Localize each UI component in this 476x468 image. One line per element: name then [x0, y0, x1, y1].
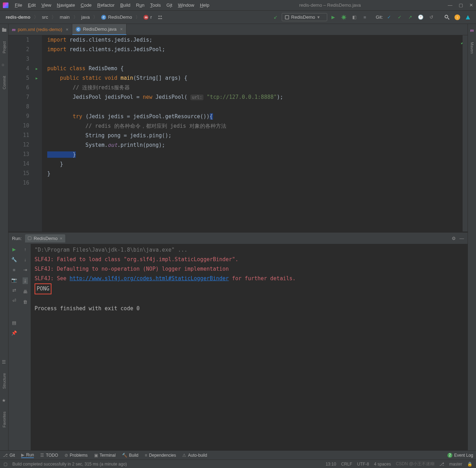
- vcs-history-icon[interactable]: 🕐: [416, 13, 425, 22]
- menu-view[interactable]: View: [38, 1, 54, 9]
- hide-icon[interactable]: —: [459, 236, 464, 241]
- breadcrumb-java[interactable]: java: [79, 14, 92, 20]
- maven-tool-button[interactable]: Maven: [470, 40, 474, 55]
- trash-icon[interactable]: 🗑: [23, 299, 28, 305]
- commit-icon[interactable]: ○: [2, 62, 7, 67]
- event-log-button[interactable]: 2 Event Log: [447, 453, 473, 458]
- lock-icon[interactable]: 🔒: [467, 462, 472, 467]
- tab-redisdemo[interactable]: C RedisDemo.java ×: [72, 24, 127, 35]
- console-line: SLF4J: Defaulting to no-operation (NOP) …: [35, 264, 464, 274]
- gutter: 1 2 3 4 5 6 7 8 9 10 11 12 13 14 15 16 ▶: [8, 35, 42, 232]
- menu-build[interactable]: Build: [117, 1, 133, 9]
- pin-icon[interactable]: 📌: [11, 330, 17, 336]
- scroll-icon[interactable]: ⤓: [23, 277, 28, 284]
- caret-position[interactable]: 13:10: [325, 462, 336, 467]
- code-content[interactable]: import redis.clients.jedis.Jedis; import…: [42, 35, 283, 232]
- menu-window[interactable]: Window: [175, 1, 197, 9]
- coverage-icon[interactable]: ◧: [350, 13, 359, 22]
- problems-tool-button[interactable]: ⊘ Problems: [65, 453, 88, 458]
- search-icon[interactable]: [442, 13, 451, 22]
- git-tool-button[interactable]: ⎇ Git: [3, 453, 15, 458]
- up-icon[interactable]: ↑: [24, 247, 26, 252]
- rerun-icon[interactable]: ▶: [12, 247, 16, 252]
- project-icon[interactable]: [2, 28, 7, 32]
- users-icon[interactable]: [155, 13, 165, 22]
- back-icon[interactable]: ↙: [271, 13, 280, 22]
- plugin-icon[interactable]: [463, 13, 472, 22]
- close-tab-icon[interactable]: ×: [66, 27, 69, 32]
- terminal-tool-button[interactable]: ▣ Terminal: [94, 453, 116, 458]
- wrench-icon[interactable]: 🔧: [11, 257, 17, 262]
- vcs-commit-icon[interactable]: ✓: [395, 13, 404, 22]
- deps-tool-button[interactable]: ≡ Dependencies: [145, 453, 176, 458]
- git-branch[interactable]: master: [449, 462, 462, 467]
- exit-icon[interactable]: ⏎: [12, 298, 16, 303]
- breadcrumb-method[interactable]: m r: [141, 14, 154, 20]
- console-line: SLF4J: Failed to load class "org.slf4j.i…: [35, 255, 464, 264]
- menu-git[interactable]: Git: [164, 1, 175, 9]
- vcs-rollback-icon[interactable]: ↺: [427, 13, 436, 22]
- status-message-icon: ▢: [4, 462, 7, 467]
- stop-icon[interactable]: ■: [360, 13, 370, 22]
- favorites-icon[interactable]: ★: [2, 398, 7, 403]
- run-config-selector[interactable]: RedisDemo ▾: [282, 13, 327, 21]
- maximize-icon[interactable]: ▢: [459, 2, 463, 8]
- menu-navigate[interactable]: Navigate: [54, 1, 78, 9]
- todo-tool-button[interactable]: ☰ TODO: [40, 453, 58, 458]
- maven-icon: m: [12, 27, 16, 32]
- breadcrumb-class[interactable]: C RedisDemo: [99, 14, 134, 20]
- tab-pom-xml[interactable]: m pom.xml (redis-demo) ×: [8, 24, 72, 35]
- vcs-update-icon[interactable]: ✓: [384, 13, 393, 22]
- breadcrumb-main[interactable]: main: [57, 14, 72, 20]
- menu-run[interactable]: Run: [133, 1, 147, 9]
- breadcrumb-src[interactable]: src: [40, 14, 50, 20]
- structure-tool-button[interactable]: Structure: [2, 371, 6, 391]
- editor-scrollbar[interactable]: [463, 35, 468, 232]
- code-editor[interactable]: 1 2 3 4 5 6 7 8 9 10 11 12 13 14 15 16 ▶: [8, 35, 468, 232]
- layout-settings-icon[interactable]: ▤: [12, 320, 16, 325]
- stop-icon[interactable]: ■: [13, 267, 16, 272]
- slf4j-link[interactable]: http://www.slf4j.org/codes.html#StaticLo…: [69, 275, 229, 282]
- menu-help[interactable]: Help: [197, 1, 212, 9]
- favorites-tool-button[interactable]: Favorites: [2, 410, 6, 429]
- watermark: CSDN @小王不迷糊: [396, 461, 435, 467]
- close-tab-icon[interactable]: ×: [60, 236, 62, 241]
- run-method-gutter-icon[interactable]: ▶: [33, 73, 40, 83]
- layout-icon[interactable]: ⇄: [12, 288, 16, 293]
- close-icon[interactable]: ✕: [469, 2, 473, 8]
- run-panel-title: Run:: [12, 236, 22, 241]
- print-icon[interactable]: 🖶: [23, 289, 28, 294]
- minimize-icon[interactable]: —: [448, 2, 452, 8]
- menu-edit[interactable]: Edit: [25, 1, 38, 9]
- commit-tool-button[interactable]: Commit: [2, 74, 6, 91]
- console-output[interactable]: "D:\Program Files\Java\jdk-1.8\bin\java.…: [31, 244, 468, 450]
- breadcrumb-root[interactable]: redis-demo: [4, 14, 32, 20]
- vcs-push-icon[interactable]: ↗: [405, 13, 415, 22]
- file-encoding[interactable]: UTF-8: [357, 462, 369, 467]
- gear-icon[interactable]: ⚙: [452, 236, 456, 241]
- menu-refactor[interactable]: Refactor: [94, 1, 117, 9]
- ide-update-icon[interactable]: ↑: [453, 13, 462, 22]
- method-icon: m: [144, 15, 148, 20]
- camera-icon[interactable]: 📷: [11, 277, 17, 283]
- menu-code[interactable]: Code: [78, 1, 94, 9]
- right-tool-strip: m Maven: [468, 24, 476, 450]
- debug-icon[interactable]: [339, 13, 348, 22]
- maven-icon[interactable]: m: [470, 28, 474, 33]
- autobuild-tool-button[interactable]: ⚠ Auto-build: [182, 453, 207, 458]
- run-tool-button[interactable]: ▶ Run: [21, 452, 34, 458]
- run-config-icon: [285, 15, 289, 19]
- run-icon[interactable]: ▶: [329, 13, 338, 22]
- menu-tools[interactable]: Tools: [147, 1, 164, 9]
- run-class-gutter-icon[interactable]: ▶: [33, 64, 40, 73]
- structure-icon[interactable]: ☰: [2, 359, 7, 364]
- down-icon[interactable]: ↓: [24, 257, 26, 262]
- wrap-icon[interactable]: ⇥: [23, 267, 27, 272]
- line-ending[interactable]: CRLF: [341, 462, 352, 467]
- indent-info[interactable]: 4 spaces: [374, 462, 391, 467]
- close-tab-icon[interactable]: ×: [120, 26, 123, 32]
- menu-file[interactable]: File: [12, 1, 25, 9]
- build-tool-button[interactable]: 🔨 Build: [122, 453, 139, 458]
- run-tab[interactable]: RedisDemo ×: [25, 234, 65, 242]
- project-tool-button[interactable]: Project: [2, 40, 6, 55]
